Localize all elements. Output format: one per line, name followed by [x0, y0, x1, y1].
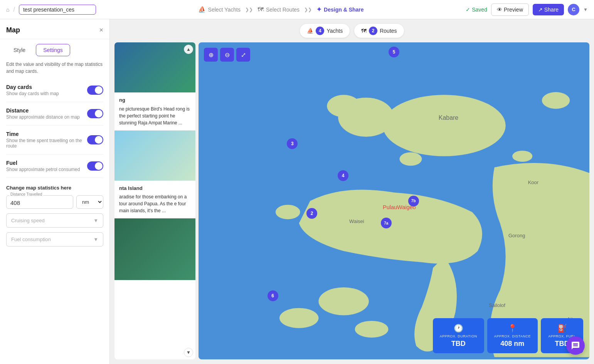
- zoom-out-button[interactable]: ⊖: [220, 48, 234, 62]
- svg-text:Waisei: Waisei: [349, 218, 364, 224]
- yacht-icon: ⛵: [307, 28, 313, 34]
- share-icon: ↗: [538, 7, 543, 13]
- chat-bubble[interactable]: [566, 336, 585, 355]
- distance-input[interactable]: [6, 195, 73, 209]
- svg-point-9: [399, 152, 422, 166]
- distance-icon: 📍: [494, 324, 531, 333]
- fuel-consumption-input[interactable]: Fuel consumption ▼: [6, 232, 103, 247]
- presentation-name-input[interactable]: [19, 5, 96, 15]
- card-item[interactable]: ng ne picturesque Bird's Head rong is th…: [114, 42, 195, 131]
- card-description: ne picturesque Bird's Head rong is the p…: [119, 106, 190, 126]
- svg-point-6: [355, 321, 389, 337]
- nav-left: ⌂ /: [6, 5, 96, 15]
- distance-field-label: Distance Travelled: [9, 192, 43, 196]
- cards-panel: ▲ ng ne picturesque Bird's Head rong is …: [114, 42, 195, 359]
- day-cards-label: Day cards: [6, 84, 59, 90]
- home-icon: ⌂: [6, 7, 9, 13]
- svg-text:Kabare: Kabare: [439, 114, 458, 121]
- card-image: [114, 131, 195, 181]
- duration-value: TBD: [440, 340, 477, 348]
- distance-stat-value: 408 nm: [494, 340, 531, 348]
- cards-scroll: ng ne picturesque Bird's Head rong is th…: [114, 42, 195, 359]
- distance-toggle[interactable]: [87, 109, 103, 118]
- main-layout: Map × Style Settings Edit the value and …: [0, 19, 594, 364]
- saved-indicator: ✓ Saved: [466, 7, 487, 13]
- step-design-label: Design & Share: [324, 7, 363, 13]
- chevron-down-icon-fuel: ▼: [93, 237, 98, 242]
- scroll-down-button[interactable]: ▼: [184, 348, 193, 357]
- yachts-icon: ⛵: [198, 6, 206, 13]
- zoom-in-button[interactable]: ⊕: [204, 48, 218, 62]
- scroll-up-button[interactable]: ▲: [184, 45, 193, 54]
- svg-point-10: [276, 205, 300, 220]
- fuel-toggle[interactable]: [87, 161, 103, 171]
- preview-label: Preview: [504, 7, 523, 13]
- share-label: Share: [544, 7, 559, 13]
- card-description: aradise for those embarking on a tour ar…: [119, 194, 187, 213]
- duration-label: APPROX. DURATION: [440, 334, 477, 338]
- yachts-pill[interactable]: ⛵ 4 Yachts: [300, 24, 350, 38]
- tab-row: Style Settings: [0, 39, 109, 61]
- card-image: [114, 42, 195, 92]
- content-area: ⛵ 4 Yachts 🗺 2 Routes ▲ ng: [110, 19, 594, 364]
- map-container[interactable]: Kabare PulauWaigeo Waisei Koor Gorong Sa…: [199, 42, 589, 359]
- step-yachts-label: Select Yachts: [208, 7, 241, 13]
- distance-label: Distance: [6, 107, 80, 114]
- nav-right: ✓ Saved 👁 Preview ↗ Share C ▼: [466, 3, 588, 16]
- card-text: ng ne picturesque Bird's Head rong is th…: [114, 92, 195, 130]
- setting-day-cards: Day cards Show day cards with map: [0, 80, 109, 100]
- time-sub: Show the time spent travelling on the ro…: [6, 138, 87, 149]
- chevron-down-icon-speed: ▼: [93, 218, 98, 223]
- card-image: [114, 218, 195, 280]
- tab-settings[interactable]: Settings: [36, 44, 70, 56]
- distance-sub: Show approximate distance on map: [6, 114, 80, 120]
- step-select-routes[interactable]: 🗺 Select Routes: [257, 6, 300, 13]
- card-title: ng: [119, 96, 191, 104]
- setting-time: Time Show the time spent travelling on t…: [0, 127, 109, 153]
- time-label: Time: [6, 131, 87, 137]
- card-item[interactable]: [114, 218, 195, 280]
- day-cards-sub: Show day cards with map: [6, 91, 59, 96]
- svg-point-8: [512, 151, 532, 162]
- route-icon: 🗺: [361, 28, 367, 34]
- share-button[interactable]: ↗ Share: [533, 4, 564, 15]
- svg-text:Sailolof: Sailolof: [489, 302, 505, 308]
- breadcrumb-separator: /: [13, 6, 15, 13]
- svg-text:PulauWaigeo: PulauWaigeo: [383, 204, 416, 210]
- expand-button[interactable]: ⤢: [236, 48, 250, 62]
- avatar[interactable]: C: [568, 4, 579, 15]
- distance-stat-label: APPROX. DISTANCE: [494, 334, 531, 338]
- step-select-yachts[interactable]: ⛵ Select Yachts: [198, 6, 241, 13]
- cruising-speed-label: Cruising speed: [11, 218, 45, 223]
- sidebar-header: Map ×: [0, 19, 109, 39]
- unit-select[interactable]: nm km mi: [76, 195, 103, 209]
- distance-travelled-group: Distance Travelled nm km mi: [0, 193, 109, 211]
- day-cards-toggle[interactable]: [87, 86, 103, 95]
- change-stats-title: Change map statistics here: [0, 179, 109, 193]
- step-design-share[interactable]: ✦ Design & Share: [316, 6, 363, 13]
- tab-style[interactable]: Style: [6, 44, 33, 56]
- svg-point-4: [318, 287, 369, 315]
- preview-button[interactable]: 👁 Preview: [491, 3, 529, 16]
- map-panel-area: ▲ ng ne picturesque Bird's Head rong is …: [114, 42, 589, 359]
- setting-distance: Distance Show approximate distance on ma…: [0, 104, 109, 124]
- map-background: Kabare PulauWaigeo Waisei Koor Gorong Sa…: [199, 42, 589, 359]
- routes-pill[interactable]: 🗺 2 Routes: [354, 24, 404, 38]
- routes-label: Routes: [380, 28, 397, 34]
- svg-text:Koor: Koor: [528, 179, 539, 185]
- saved-label: Saved: [472, 7, 487, 13]
- svg-point-7: [542, 92, 570, 109]
- nav-arrow-1: ❯❯: [245, 7, 253, 12]
- chevron-down-icon[interactable]: ▼: [583, 7, 588, 12]
- time-toggle[interactable]: [87, 135, 103, 144]
- map-controls: ⊕ ⊖ ⤢: [204, 48, 250, 62]
- avatar-initial: C: [572, 7, 575, 12]
- stat-duration: 🕐 APPROX. DURATION TBD: [433, 318, 484, 353]
- svg-point-3: [327, 95, 360, 117]
- cruising-speed-input[interactable]: Cruising speed ▼: [6, 213, 103, 228]
- close-button[interactable]: ×: [99, 26, 103, 34]
- step-routes-label: Select Routes: [266, 7, 300, 13]
- fuel-consumption-label: Fuel consumption: [11, 237, 51, 242]
- card-item[interactable]: nta Island aradise for those embarking o…: [114, 131, 195, 219]
- stat-distance: 📍 APPROX. DISTANCE 408 nm: [487, 318, 538, 353]
